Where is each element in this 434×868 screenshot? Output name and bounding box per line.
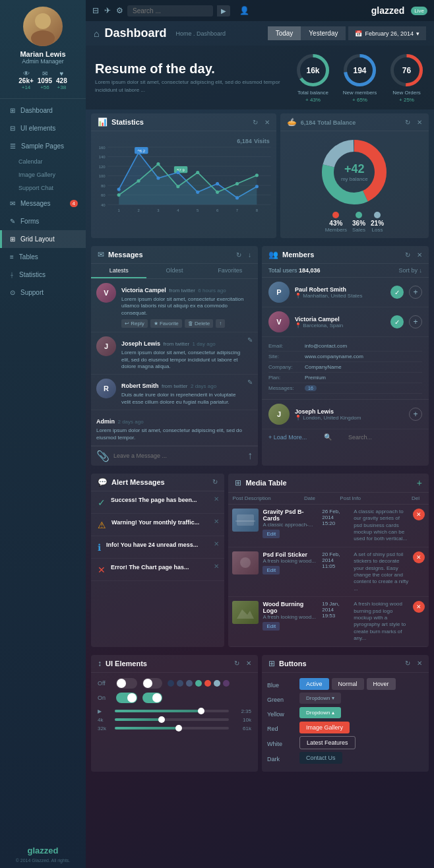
media-delete-button-0[interactable]: ✕ [413, 509, 425, 520]
slider-thumb-0[interactable] [198, 708, 204, 714]
buttons-refresh-icon[interactable]: ↻ [405, 660, 410, 667]
tab-favorites[interactable]: Favorites [202, 264, 258, 278]
svg-text:100: 100 [99, 174, 106, 178]
pie-refresh-icon[interactable]: ↻ [405, 119, 410, 126]
messages-refresh-icon[interactable]: ↻ [236, 251, 241, 259]
toggle-off[interactable] [116, 678, 137, 689]
member-add-2[interactable]: + [409, 408, 422, 421]
pie-close-icon[interactable]: ✕ [417, 119, 422, 126]
favorite-button-0[interactable]: ★ Favorite [150, 319, 182, 328]
sidebar-item-ui-elements[interactable]: ⊟ UI elements [0, 119, 86, 137]
member-check-0[interactable]: ✓ [390, 286, 404, 299]
sidebar-item-tables[interactable]: ≡ Tables [0, 248, 86, 266]
alerts-refresh-icon[interactable]: ↻ [212, 478, 218, 485]
plane-icon[interactable]: ✈ [104, 6, 111, 15]
messages-panel-header: ✉ Messages ↻ ↓ [91, 246, 258, 264]
btn-red-solid[interactable]: Image Gallery [299, 722, 350, 733]
btn-dropdown-blue[interactable]: Dropdown ▾ [299, 693, 341, 704]
detail-plan-label: Plan: [268, 375, 305, 381]
members-close-icon[interactable]: ✕ [417, 251, 422, 259]
svg-text:80: 80 [101, 184, 106, 188]
media-delete-button-1[interactable]: ✕ [413, 551, 425, 563]
user-icon[interactable]: 👤 [239, 6, 249, 15]
statistics-refresh-icon[interactable]: ↻ [253, 119, 258, 126]
sidebar-item-statistics[interactable]: ⟊ Statistics [0, 266, 86, 284]
member-info-1: Victoria Campel 📍 Barcelona, Spain [295, 316, 385, 328]
search-button[interactable]: ▶ [217, 5, 230, 16]
send-icon[interactable]: ↑ [247, 450, 253, 462]
media-info-2: A fresh looking wood burning psd logo mo… [354, 601, 409, 642]
alert-close-2[interactable]: ✕ [214, 540, 219, 547]
alert-title-2: Info! You have 24 unread mess... [106, 542, 218, 548]
member-add-1[interactable]: + [409, 315, 422, 328]
toggle-on-alt[interactable] [142, 693, 162, 703]
members-search-input[interactable] [348, 434, 422, 441]
buttons-close-icon[interactable]: ✕ [417, 660, 422, 667]
sidebar-item-image-gallery[interactable]: Image Gallery [0, 168, 86, 181]
member-add-0[interactable]: + [409, 286, 422, 299]
date-picker-button[interactable]: 📅 February 26, 2014 ▾ [348, 26, 426, 40]
ui-elements-close-icon[interactable]: ✕ [246, 660, 251, 667]
tab-latests[interactable]: Latests [91, 264, 146, 278]
slider-thumb-2[interactable] [175, 725, 182, 731]
sidebar-item-forms[interactable]: ✎ Forms [0, 212, 86, 230]
member-check-1[interactable]: ✓ [390, 315, 404, 328]
mail-icon: ✉ [42, 70, 47, 77]
media-edit-button-2[interactable]: Edit [263, 622, 280, 631]
search-input[interactable] [127, 5, 213, 16]
alert-close-0[interactable]: ✕ [214, 495, 219, 503]
sort-icon[interactable]: ↓ [419, 267, 423, 274]
reply-button-0[interactable]: ↩ Reply [121, 319, 148, 328]
edit-icon-1[interactable]: ✎ [247, 336, 253, 344]
sidebar-item-support-chat[interactable]: Support Chat [0, 181, 86, 195]
media-delete-button-2[interactable]: ✕ [413, 601, 425, 613]
member-loc-1: 📍 Barcelona, Spain [295, 323, 385, 328]
sidebar-item-dashboard[interactable]: ⊞ Dashboard [0, 102, 86, 119]
balance-delta: + 43% [305, 97, 321, 103]
alert-title-3: Error! The Chart page has... [111, 564, 218, 571]
message-item-1: J Joseph Lewis from twitter 1 day ago Lo… [91, 332, 258, 375]
media-edit-button-0[interactable]: Edit [263, 530, 280, 538]
yesterday-button[interactable]: Yesterday [301, 26, 346, 40]
btn-label-white: White [267, 741, 282, 747]
svg-point-42 [176, 171, 179, 174]
alert-close-1[interactable]: ✕ [214, 518, 219, 525]
statistics-close-icon[interactable]: ✕ [264, 119, 270, 126]
detail-messages-value: 16 [305, 385, 317, 391]
dot-6 [223, 680, 230, 687]
btn-blue-active[interactable]: Active [299, 678, 329, 690]
toggle-on[interactable] [116, 693, 137, 703]
slider-thumb-1[interactable] [158, 716, 165, 723]
btn-white-outline[interactable]: Latest Features [299, 736, 356, 749]
sidebar-item-sample-pages[interactable]: ☰ Sample Pages [0, 137, 86, 155]
menu-icon[interactable]: ⊟ [92, 6, 99, 15]
media-add-button[interactable]: + [417, 478, 422, 488]
messages-expand-icon[interactable]: ↓ [248, 251, 251, 259]
sidebar-item-support[interactable]: ⊙ Support [0, 284, 86, 301]
load-more-button[interactable]: + Load More... [268, 434, 307, 441]
msg-time-2: 2 days ago [191, 383, 216, 389]
expand-button-0[interactable]: ↑ [216, 319, 225, 328]
alert-text-1: Warning! Your monthly traffic... [111, 519, 218, 526]
btn-blue-normal[interactable]: Normal [332, 678, 364, 690]
btn-blue-hover[interactable]: Hover [367, 678, 396, 690]
member-name-1: Victoria Campel [295, 316, 385, 323]
sidebar-item-calendar[interactable]: Calendar [0, 155, 86, 168]
sidebar-item-messages[interactable]: ✉ Messages 4 [0, 195, 86, 212]
member-name-2: Joseph Lewis [295, 408, 404, 415]
edit-icon-2[interactable]: ✎ [247, 379, 253, 386]
settings-icon[interactable]: ⚙ [116, 6, 123, 15]
btn-dropdown-green[interactable]: Dropdown ▴ [299, 707, 341, 718]
tab-oldest[interactable]: Oldest [146, 264, 202, 278]
ui-elements-refresh-icon[interactable]: ↻ [234, 660, 239, 667]
delete-button-0[interactable]: 🗑 Delete [185, 319, 213, 328]
alert-close-3[interactable]: ✕ [214, 563, 219, 570]
message-input[interactable] [113, 452, 243, 459]
btn-dark-solid[interactable]: Contact Us [299, 752, 342, 764]
media-edit-button-1[interactable]: Edit [263, 566, 280, 574]
toggle-off-alt[interactable] [142, 678, 162, 689]
sidebar-item-grid-layout[interactable]: ⊞ Grid Layout [0, 230, 86, 248]
members-refresh-icon[interactable]: ↻ [405, 251, 410, 259]
today-button[interactable]: Today [268, 26, 301, 40]
detail-site-row: Site: www.companyname.com [268, 352, 422, 362]
